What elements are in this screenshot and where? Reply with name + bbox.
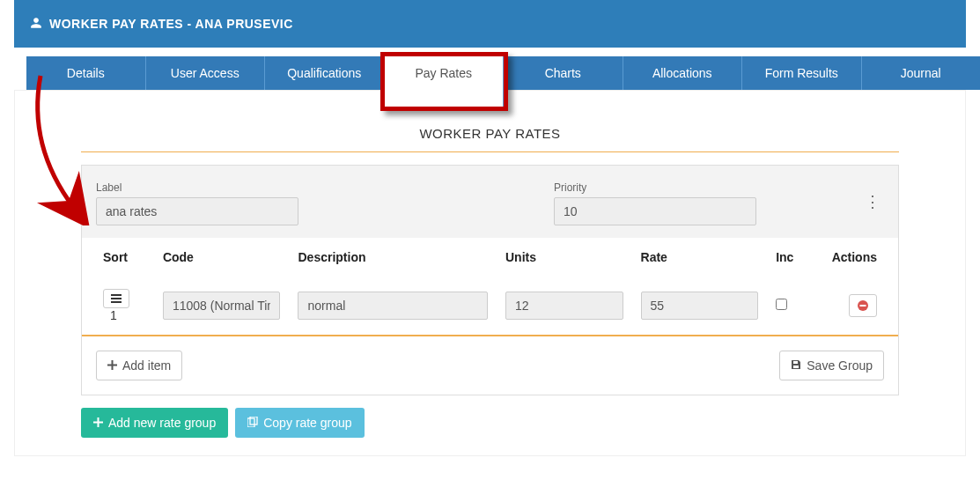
priority-caption: Priority [554, 181, 756, 194]
col-actions: Actions [822, 238, 898, 277]
save-group-button[interactable]: Save Group [779, 351, 884, 380]
group-header: Label Priority ⋮ [82, 166, 898, 238]
tab-qualifications[interactable]: Qualifications [265, 56, 385, 90]
code-input[interactable] [163, 292, 281, 320]
tab-form-results[interactable]: Form Results [742, 56, 862, 90]
page-title: WORKER PAY RATES - ANA PRUSEVIC [49, 17, 293, 31]
label-input[interactable] [96, 197, 298, 225]
copy-group-label: Copy rate group [263, 416, 351, 430]
rate-group: Label Priority ⋮ Sort Code Description U… [81, 165, 899, 395]
plus-icon [107, 358, 117, 373]
save-icon [791, 358, 801, 373]
plus-icon [93, 416, 103, 430]
svg-rect-2 [111, 301, 122, 303]
col-sort: Sort [82, 238, 154, 277]
copy-icon [247, 416, 258, 430]
rate-input[interactable] [641, 292, 759, 320]
svg-rect-4 [860, 305, 866, 306]
copy-rate-group-button[interactable]: Copy rate group [235, 408, 364, 438]
svg-rect-9 [247, 418, 254, 427]
col-description: Description [289, 238, 497, 277]
tab-journal[interactable]: Journal [862, 56, 981, 90]
add-new-rate-group-button[interactable]: Add new rate group [81, 408, 228, 438]
tab-details[interactable]: Details [26, 56, 146, 90]
page-header: WORKER PAY RATES - ANA PRUSEVIC [14, 0, 966, 48]
col-code: Code [154, 238, 290, 277]
tab-allocations[interactable]: Allocations [623, 56, 743, 90]
table-row: 1 [82, 277, 898, 335]
col-rate: Rate [632, 238, 768, 277]
description-input[interactable] [298, 292, 488, 320]
group-menu-icon[interactable]: ⋮ [865, 192, 881, 211]
page-actions: Add new rate group Copy rate group [81, 408, 899, 438]
content-panel: WORKER PAY RATES Label Priority ⋮ Sort [14, 90, 966, 456]
tab-pay-rates[interactable]: Pay Rates [385, 56, 505, 107]
user-icon [30, 17, 42, 32]
rates-table: Sort Code Description Units Rate Inc Act… [82, 238, 898, 335]
col-units: Units [497, 238, 632, 277]
label-caption: Label [96, 181, 298, 194]
minus-circle-icon [857, 299, 869, 312]
svg-rect-0 [111, 294, 122, 296]
priority-input[interactable] [554, 197, 756, 225]
drag-handle-icon[interactable] [103, 289, 129, 308]
inc-checkbox[interactable] [776, 299, 787, 310]
group-footer: Add item Save Group [82, 335, 898, 395]
tab-bar: Details User Access Qualifications Pay R… [26, 56, 980, 90]
add-new-group-label: Add new rate group [108, 416, 216, 430]
add-item-button[interactable]: Add item [96, 351, 182, 380]
divider [81, 151, 899, 152]
svg-rect-1 [111, 298, 122, 299]
sort-number: 1 [110, 308, 117, 322]
col-inc: Inc [767, 238, 821, 277]
save-group-label: Save Group [807, 358, 873, 373]
svg-rect-8 [93, 422, 103, 424]
tab-charts[interactable]: Charts [504, 56, 623, 90]
add-item-label: Add item [122, 358, 171, 373]
svg-rect-6 [107, 365, 117, 366]
tab-user-access[interactable]: User Access [146, 56, 266, 90]
remove-row-button[interactable] [849, 294, 877, 317]
units-input[interactable] [505, 292, 623, 320]
